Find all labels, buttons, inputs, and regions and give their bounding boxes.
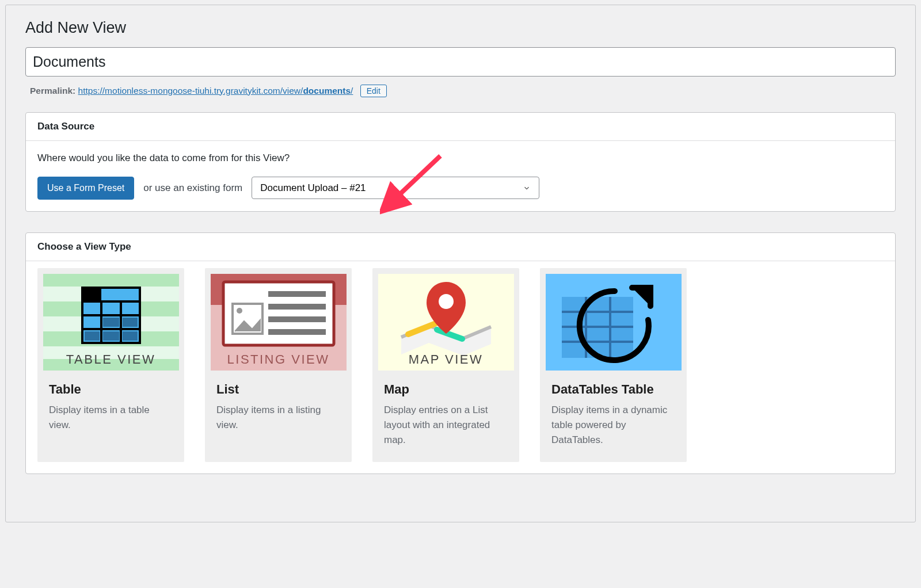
data-source-heading: Data Source	[26, 113, 895, 141]
view-type-title: Table	[37, 371, 184, 403]
svg-rect-13	[85, 331, 100, 341]
svg-point-20	[237, 308, 242, 314]
page-title: Add New View	[25, 19, 896, 37]
view-type-card-list[interactable]: LISTING VIEW List Display items in a lis…	[205, 268, 352, 462]
svg-rect-10	[82, 288, 101, 301]
datatables-view-icon	[546, 274, 682, 371]
view-title-input[interactable]	[25, 47, 896, 77]
existing-form-select[interactable]: Document Upload – #21	[252, 177, 539, 199]
permalink-label: Permalink:	[30, 86, 75, 96]
view-type-title: DataTables Table	[540, 371, 687, 403]
svg-rect-12	[123, 318, 138, 327]
svg-rect-14	[103, 331, 119, 341]
svg-point-27	[439, 294, 454, 309]
edit-permalink-button[interactable]: Edit	[360, 85, 387, 97]
svg-rect-24	[268, 329, 326, 335]
view-type-desc: Display entries on a List layout with an…	[372, 403, 519, 462]
permalink-row: Permalink: https://motionless-mongoose-t…	[30, 85, 896, 97]
map-view-icon: MAP VIEW	[378, 274, 514, 371]
view-type-card-datatables[interactable]: DataTables Table Display items in a dyna…	[540, 268, 687, 462]
choose-view-type-box: Choose a View Type	[25, 232, 896, 474]
view-type-title: Map	[372, 371, 519, 403]
svg-rect-22	[268, 304, 326, 310]
or-use-existing-label: or use an existing form	[143, 182, 242, 194]
view-type-title: List	[205, 371, 352, 403]
svg-rect-23	[268, 316, 326, 322]
view-type-card-map[interactable]: MAP VIEW Map Display entries on a List l…	[372, 268, 519, 462]
view-type-desc: Display items in a dynamic table powered…	[540, 403, 687, 462]
view-type-desc: Display items in a listing view.	[205, 403, 352, 447]
view-type-desc: Display items in a table view.	[37, 403, 184, 447]
data-source-box: Data Source Where would you like the dat…	[25, 112, 896, 212]
use-form-preset-button[interactable]: Use a Form Preset	[37, 177, 134, 200]
svg-rect-21	[268, 291, 326, 297]
svg-rect-11	[103, 318, 119, 327]
svg-rect-15	[123, 331, 138, 341]
listing-view-icon: LISTING VIEW	[211, 274, 347, 371]
table-view-icon: TABLE VIEW	[43, 274, 179, 371]
data-source-prompt: Where would you like the data to come fr…	[37, 152, 884, 164]
choose-view-type-heading: Choose a View Type	[26, 233, 895, 261]
permalink-link[interactable]: https://motionless-mongoose-tiuhi.try.gr…	[78, 86, 353, 96]
view-type-card-table[interactable]: TABLE VIEW Table Display items in a tabl…	[37, 268, 184, 462]
